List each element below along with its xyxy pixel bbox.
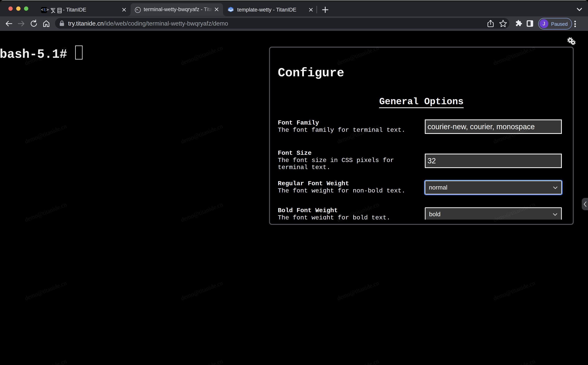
svg-text:</>: </>	[229, 8, 232, 10]
